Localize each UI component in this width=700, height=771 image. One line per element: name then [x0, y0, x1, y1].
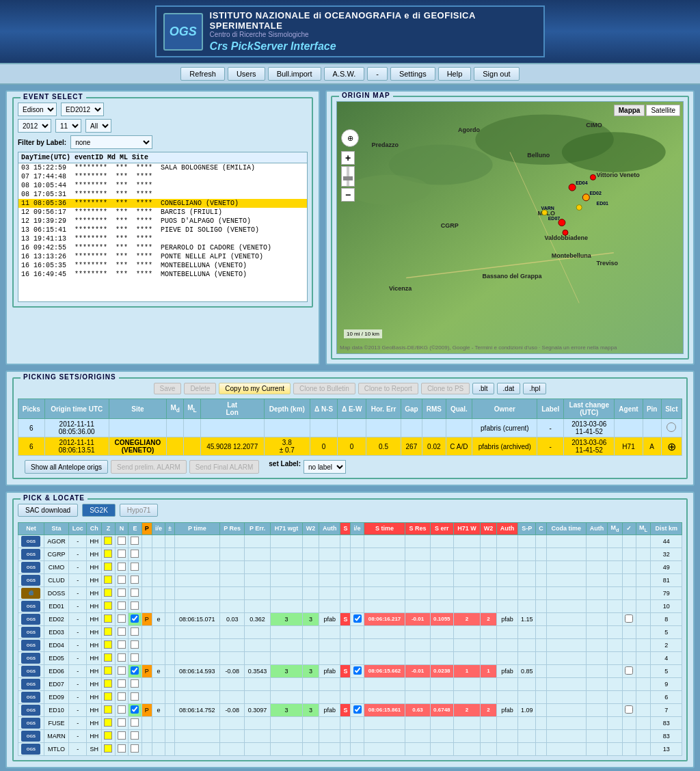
- nav-settings[interactable]: Settings: [390, 67, 435, 81]
- blt-btn[interactable]: .blt: [472, 383, 494, 394]
- td-p-btn[interactable]: P: [142, 612, 152, 625]
- nav-users[interactable]: Users: [228, 67, 265, 81]
- e-checkbox[interactable]: [131, 666, 139, 675]
- locate-row[interactable]: OGS CLUD - HH 81: [18, 573, 682, 586]
- td-ml: [636, 586, 651, 599]
- ml-checkbox[interactable]: [625, 666, 633, 675]
- map-zoom-slider[interactable]: [341, 166, 355, 187]
- slct-circle[interactable]: [667, 422, 676, 432]
- copy-current-btn[interactable]: Copy to my Current: [219, 383, 291, 394]
- td-n: [115, 573, 129, 586]
- locate-row[interactable]: OGS CIMO - HH 49: [18, 560, 682, 573]
- map-zoom-in[interactable]: +: [341, 151, 355, 165]
- s-checkbox[interactable]: [353, 614, 362, 623]
- locate-row[interactable]: OGS ED09 - HH 6: [18, 690, 682, 703]
- nav-bull-import[interactable]: Bull.import: [268, 67, 321, 81]
- td-p-btn[interactable]: P: [142, 703, 152, 716]
- nav-help[interactable]: Help: [438, 67, 472, 81]
- nav-signout[interactable]: Sign out: [474, 67, 519, 81]
- locate-row[interactable]: OGS CGRP - HH 32: [18, 547, 682, 560]
- map-btn-mappa[interactable]: Mappa: [614, 105, 645, 116]
- event-row[interactable]: 08 10:05:44 ******** *** ****: [18, 181, 307, 190]
- event-row[interactable]: 12 19:39:29 ******** *** **** PUOS D'ALP…: [18, 217, 307, 226]
- nav-dash[interactable]: -: [367, 67, 388, 81]
- event-row-selected[interactable]: 11 08:05:36 ******** *** **** CONEGLIANO…: [18, 199, 307, 208]
- id-select[interactable]: ED2012: [61, 103, 104, 116]
- event-row[interactable]: 03 15:22:59 ******** *** **** SALA BOLOG…: [18, 163, 307, 172]
- locate-row[interactable]: 🌀 DOSS - HH 79: [18, 586, 682, 599]
- td-sw2: [481, 729, 497, 742]
- sg2k-btn[interactable]: SG2K: [82, 504, 116, 517]
- td-md: [608, 651, 623, 664]
- locate-row[interactable]: OGS ED05 - HH 4: [18, 651, 682, 664]
- locate-row[interactable]: OGS ED01 - HH 10: [18, 599, 682, 612]
- event-row[interactable]: 07 17:44:48 ******** *** ****: [18, 172, 307, 181]
- all-select[interactable]: All: [85, 119, 111, 133]
- map-zoom-out[interactable]: −: [341, 188, 355, 202]
- td-loc: -: [69, 586, 87, 599]
- hypo71-btn[interactable]: Hypo71: [120, 504, 158, 517]
- locate-row[interactable]: OGS MARN - HH 83: [18, 729, 682, 742]
- td-net-logo: OGS: [18, 573, 44, 586]
- locate-row[interactable]: OGS ED04 - HH 2: [18, 638, 682, 651]
- locate-row[interactable]: OGS AGOR - HH 44: [18, 535, 682, 547]
- label-select[interactable]: no label: [304, 460, 346, 474]
- td-s-btn[interactable]: S: [340, 612, 351, 625]
- s-checkbox[interactable]: [353, 705, 362, 714]
- event-row[interactable]: 16 09:42:55 ******** *** **** PERAROLO D…: [18, 243, 307, 252]
- locate-row[interactable]: OGS FUSE - HH 83: [18, 716, 682, 729]
- td-dist: 83: [651, 729, 682, 742]
- event-row[interactable]: 13 06:15:41 ******** *** **** PIEVE DI S…: [18, 226, 307, 234]
- td-n: [115, 560, 129, 573]
- map-container[interactable]: Predazzo Agordo CIMO Belluno Vittorio Ve…: [336, 101, 684, 354]
- filter-none-select[interactable]: none: [70, 135, 152, 149]
- ml-checkbox[interactable]: [625, 705, 633, 714]
- event-row[interactable]: 16 13:13:26 ******** *** **** PONTE NELL…: [18, 252, 307, 261]
- td-p-btn[interactable]: P: [142, 664, 152, 677]
- clone-report-btn[interactable]: Clone to Report: [358, 383, 418, 394]
- clone-bulletin-btn[interactable]: Clone to Bulletin: [293, 383, 355, 394]
- td-auth: [319, 547, 340, 560]
- delete-btn[interactable]: Delete: [184, 383, 216, 394]
- locate-row[interactable]: OGS ED03 - HH 5: [18, 625, 682, 638]
- locate-row[interactable]: OGS ED07 - HH 9: [18, 677, 682, 690]
- locate-row[interactable]: OGS ED10 - HH P e 08:06:14.752 -0.08 0.3…: [18, 703, 682, 716]
- dat-btn[interactable]: .dat: [497, 383, 521, 394]
- td-s-btn[interactable]: S: [340, 703, 351, 716]
- year-select[interactable]: 2012: [18, 119, 51, 133]
- td-ch: HH: [87, 651, 102, 664]
- event-row[interactable]: 16 16:05:35 ******** *** **** MONTEBELLU…: [18, 261, 307, 270]
- save-btn[interactable]: Save: [154, 383, 182, 394]
- sac-download-btn[interactable]: SAC download: [18, 504, 78, 517]
- event-row[interactable]: 08 17:05:31 ******** *** ****: [18, 190, 307, 199]
- e-checkbox[interactable]: [131, 614, 139, 623]
- td-c: [536, 729, 546, 742]
- send-final-btn[interactable]: Send Final ALARM: [189, 460, 260, 474]
- event-row[interactable]: 16 16:49:45 ******** *** **** MONTEBELLU…: [18, 270, 307, 279]
- picking-row-selected[interactable]: 6 2012-11-1108:06:13.51 CONEGLIANO(VENET…: [18, 437, 682, 456]
- locate-row[interactable]: OGS ED02 - HH P e 08:06:15.071 0.03 0.36…: [18, 612, 682, 625]
- locate-row[interactable]: OGS MTLO - SH 13: [18, 742, 682, 755]
- lh-sauth: Auth: [496, 523, 518, 535]
- nav-asw[interactable]: A.S.W.: [324, 67, 365, 81]
- clone-ps-btn[interactable]: Clone to PS: [421, 383, 470, 394]
- td-s-btn[interactable]: S: [340, 664, 351, 677]
- ml-checkbox[interactable]: [625, 614, 633, 623]
- hpl-btn[interactable]: .hpl: [523, 383, 546, 394]
- map-btn-satellite[interactable]: Satellite: [646, 105, 680, 116]
- source-select[interactable]: Edison: [18, 103, 57, 116]
- event-row[interactable]: 12 09:56:17 ******** *** **** BARCIS (FR…: [18, 208, 307, 217]
- picking-row-current[interactable]: 6 2012-11-1108:05:36.00 pfabris (: [18, 419, 682, 437]
- send-prelim-btn[interactable]: Send prelim. ALARM: [111, 460, 187, 474]
- event-row[interactable]: 13 19:41:13 ******** *** ****: [18, 234, 307, 243]
- lh-sres: S Res: [405, 523, 431, 535]
- map-nav-circle[interactable]: ⊕: [341, 129, 359, 147]
- show-antelope-btn[interactable]: Show all Antelope origs: [25, 460, 108, 474]
- td-e-check: [129, 716, 142, 729]
- s-checkbox[interactable]: [353, 666, 362, 675]
- e-checkbox[interactable]: [131, 705, 139, 714]
- td-w2: [303, 651, 319, 664]
- nav-refresh[interactable]: Refresh: [180, 67, 225, 81]
- locate-row[interactable]: OGS ED06 - HH P e 08:06:14.593 -0.08 0.3…: [18, 664, 682, 677]
- month-select[interactable]: 11: [55, 119, 81, 133]
